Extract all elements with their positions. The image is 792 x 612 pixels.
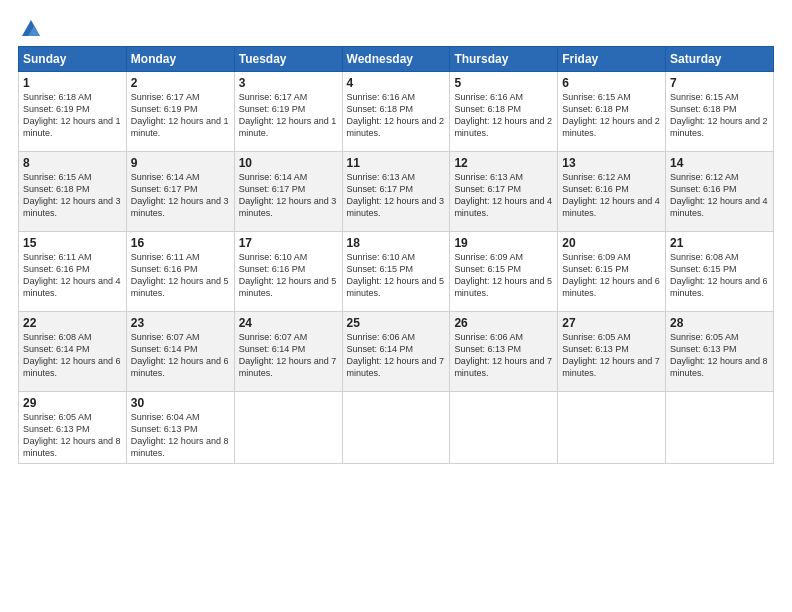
day-info: Sunrise: 6:11 AMSunset: 6:16 PMDaylight:… bbox=[131, 251, 230, 300]
day-info: Sunrise: 6:14 AMSunset: 6:17 PMDaylight:… bbox=[239, 171, 338, 220]
calendar-cell: 8Sunrise: 6:15 AMSunset: 6:18 PMDaylight… bbox=[19, 152, 127, 232]
day-number: 12 bbox=[454, 156, 553, 170]
calendar-cell: 13Sunrise: 6:12 AMSunset: 6:16 PMDayligh… bbox=[558, 152, 666, 232]
day-number: 8 bbox=[23, 156, 122, 170]
calendar-cell: 30Sunrise: 6:04 AMSunset: 6:13 PMDayligh… bbox=[126, 392, 234, 464]
calendar-week-3: 15Sunrise: 6:11 AMSunset: 6:16 PMDayligh… bbox=[19, 232, 774, 312]
day-info: Sunrise: 6:06 AMSunset: 6:13 PMDaylight:… bbox=[454, 331, 553, 380]
day-info: Sunrise: 6:13 AMSunset: 6:17 PMDaylight:… bbox=[454, 171, 553, 220]
logo-icon bbox=[20, 18, 42, 40]
day-info: Sunrise: 6:08 AMSunset: 6:15 PMDaylight:… bbox=[670, 251, 769, 300]
day-number: 17 bbox=[239, 236, 338, 250]
day-number: 26 bbox=[454, 316, 553, 330]
day-number: 18 bbox=[347, 236, 446, 250]
day-number: 2 bbox=[131, 76, 230, 90]
day-info: Sunrise: 6:12 AMSunset: 6:16 PMDaylight:… bbox=[562, 171, 661, 220]
calendar-cell: 15Sunrise: 6:11 AMSunset: 6:16 PMDayligh… bbox=[19, 232, 127, 312]
calendar-cell bbox=[450, 392, 558, 464]
calendar-cell: 5Sunrise: 6:16 AMSunset: 6:18 PMDaylight… bbox=[450, 72, 558, 152]
day-number: 5 bbox=[454, 76, 553, 90]
calendar-header-thursday: Thursday bbox=[450, 47, 558, 72]
calendar-cell: 16Sunrise: 6:11 AMSunset: 6:16 PMDayligh… bbox=[126, 232, 234, 312]
calendar-cell: 28Sunrise: 6:05 AMSunset: 6:13 PMDayligh… bbox=[666, 312, 774, 392]
day-number: 21 bbox=[670, 236, 769, 250]
day-info: Sunrise: 6:05 AMSunset: 6:13 PMDaylight:… bbox=[23, 411, 122, 460]
day-number: 29 bbox=[23, 396, 122, 410]
header bbox=[18, 18, 774, 36]
calendar-cell: 25Sunrise: 6:06 AMSunset: 6:14 PMDayligh… bbox=[342, 312, 450, 392]
day-number: 15 bbox=[23, 236, 122, 250]
day-info: Sunrise: 6:16 AMSunset: 6:18 PMDaylight:… bbox=[454, 91, 553, 140]
calendar-header-friday: Friday bbox=[558, 47, 666, 72]
calendar-cell: 17Sunrise: 6:10 AMSunset: 6:16 PMDayligh… bbox=[234, 232, 342, 312]
day-info: Sunrise: 6:13 AMSunset: 6:17 PMDaylight:… bbox=[347, 171, 446, 220]
day-number: 14 bbox=[670, 156, 769, 170]
day-info: Sunrise: 6:15 AMSunset: 6:18 PMDaylight:… bbox=[562, 91, 661, 140]
calendar-week-2: 8Sunrise: 6:15 AMSunset: 6:18 PMDaylight… bbox=[19, 152, 774, 232]
calendar-cell: 11Sunrise: 6:13 AMSunset: 6:17 PMDayligh… bbox=[342, 152, 450, 232]
calendar-cell: 14Sunrise: 6:12 AMSunset: 6:16 PMDayligh… bbox=[666, 152, 774, 232]
day-number: 16 bbox=[131, 236, 230, 250]
calendar-cell: 4Sunrise: 6:16 AMSunset: 6:18 PMDaylight… bbox=[342, 72, 450, 152]
calendar-week-1: 1Sunrise: 6:18 AMSunset: 6:19 PMDaylight… bbox=[19, 72, 774, 152]
day-info: Sunrise: 6:15 AMSunset: 6:18 PMDaylight:… bbox=[23, 171, 122, 220]
day-number: 30 bbox=[131, 396, 230, 410]
calendar-cell: 21Sunrise: 6:08 AMSunset: 6:15 PMDayligh… bbox=[666, 232, 774, 312]
calendar-body: 1Sunrise: 6:18 AMSunset: 6:19 PMDaylight… bbox=[19, 72, 774, 464]
calendar-cell: 19Sunrise: 6:09 AMSunset: 6:15 PMDayligh… bbox=[450, 232, 558, 312]
calendar-header-row: SundayMondayTuesdayWednesdayThursdayFrid… bbox=[19, 47, 774, 72]
calendar-cell: 9Sunrise: 6:14 AMSunset: 6:17 PMDaylight… bbox=[126, 152, 234, 232]
logo bbox=[18, 18, 42, 36]
calendar-header-saturday: Saturday bbox=[666, 47, 774, 72]
calendar-week-4: 22Sunrise: 6:08 AMSunset: 6:14 PMDayligh… bbox=[19, 312, 774, 392]
day-info: Sunrise: 6:08 AMSunset: 6:14 PMDaylight:… bbox=[23, 331, 122, 380]
calendar-cell: 10Sunrise: 6:14 AMSunset: 6:17 PMDayligh… bbox=[234, 152, 342, 232]
calendar-cell: 22Sunrise: 6:08 AMSunset: 6:14 PMDayligh… bbox=[19, 312, 127, 392]
calendar-cell bbox=[342, 392, 450, 464]
day-info: Sunrise: 6:14 AMSunset: 6:17 PMDaylight:… bbox=[131, 171, 230, 220]
day-number: 19 bbox=[454, 236, 553, 250]
day-number: 6 bbox=[562, 76, 661, 90]
day-info: Sunrise: 6:12 AMSunset: 6:16 PMDaylight:… bbox=[670, 171, 769, 220]
day-number: 20 bbox=[562, 236, 661, 250]
day-info: Sunrise: 6:09 AMSunset: 6:15 PMDaylight:… bbox=[562, 251, 661, 300]
day-info: Sunrise: 6:05 AMSunset: 6:13 PMDaylight:… bbox=[670, 331, 769, 380]
calendar-cell bbox=[666, 392, 774, 464]
calendar-cell: 27Sunrise: 6:05 AMSunset: 6:13 PMDayligh… bbox=[558, 312, 666, 392]
calendar-header-wednesday: Wednesday bbox=[342, 47, 450, 72]
calendar-cell: 1Sunrise: 6:18 AMSunset: 6:19 PMDaylight… bbox=[19, 72, 127, 152]
calendar-cell: 20Sunrise: 6:09 AMSunset: 6:15 PMDayligh… bbox=[558, 232, 666, 312]
day-info: Sunrise: 6:10 AMSunset: 6:15 PMDaylight:… bbox=[347, 251, 446, 300]
day-info: Sunrise: 6:10 AMSunset: 6:16 PMDaylight:… bbox=[239, 251, 338, 300]
day-info: Sunrise: 6:16 AMSunset: 6:18 PMDaylight:… bbox=[347, 91, 446, 140]
calendar-cell: 7Sunrise: 6:15 AMSunset: 6:18 PMDaylight… bbox=[666, 72, 774, 152]
day-info: Sunrise: 6:18 AMSunset: 6:19 PMDaylight:… bbox=[23, 91, 122, 140]
day-number: 22 bbox=[23, 316, 122, 330]
day-number: 11 bbox=[347, 156, 446, 170]
day-number: 27 bbox=[562, 316, 661, 330]
calendar-cell: 24Sunrise: 6:07 AMSunset: 6:14 PMDayligh… bbox=[234, 312, 342, 392]
day-number: 4 bbox=[347, 76, 446, 90]
calendar-header-monday: Monday bbox=[126, 47, 234, 72]
calendar-cell: 6Sunrise: 6:15 AMSunset: 6:18 PMDaylight… bbox=[558, 72, 666, 152]
day-info: Sunrise: 6:09 AMSunset: 6:15 PMDaylight:… bbox=[454, 251, 553, 300]
day-info: Sunrise: 6:05 AMSunset: 6:13 PMDaylight:… bbox=[562, 331, 661, 380]
day-number: 25 bbox=[347, 316, 446, 330]
day-number: 1 bbox=[23, 76, 122, 90]
calendar-week-5: 29Sunrise: 6:05 AMSunset: 6:13 PMDayligh… bbox=[19, 392, 774, 464]
calendar-cell bbox=[558, 392, 666, 464]
day-number: 13 bbox=[562, 156, 661, 170]
day-info: Sunrise: 6:07 AMSunset: 6:14 PMDaylight:… bbox=[131, 331, 230, 380]
calendar-cell: 23Sunrise: 6:07 AMSunset: 6:14 PMDayligh… bbox=[126, 312, 234, 392]
calendar-cell: 18Sunrise: 6:10 AMSunset: 6:15 PMDayligh… bbox=[342, 232, 450, 312]
calendar-cell bbox=[234, 392, 342, 464]
day-number: 7 bbox=[670, 76, 769, 90]
calendar-cell: 29Sunrise: 6:05 AMSunset: 6:13 PMDayligh… bbox=[19, 392, 127, 464]
day-number: 24 bbox=[239, 316, 338, 330]
page: SundayMondayTuesdayWednesdayThursdayFrid… bbox=[0, 0, 792, 612]
calendar-cell: 3Sunrise: 6:17 AMSunset: 6:19 PMDaylight… bbox=[234, 72, 342, 152]
day-info: Sunrise: 6:04 AMSunset: 6:13 PMDaylight:… bbox=[131, 411, 230, 460]
day-number: 9 bbox=[131, 156, 230, 170]
day-number: 28 bbox=[670, 316, 769, 330]
calendar-header-tuesday: Tuesday bbox=[234, 47, 342, 72]
